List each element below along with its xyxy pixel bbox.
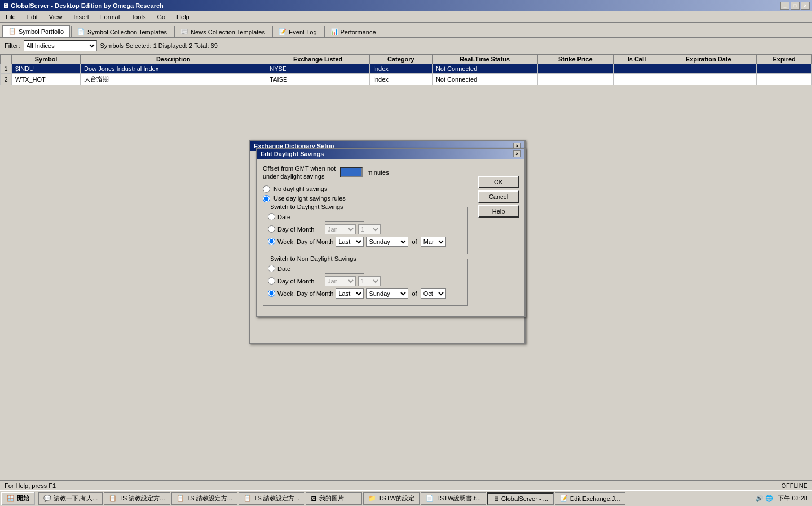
col-symbol[interactable]: Symbol: [12, 55, 81, 64]
tab-performance[interactable]: 📊 Performance: [324, 26, 382, 37]
menu-file[interactable]: File: [2, 12, 19, 21]
cancel-button[interactable]: Cancel: [478, 190, 519, 203]
daylight-dom-radio[interactable]: [268, 225, 275, 233]
use-daylight-label: Use daylight savings rules: [273, 195, 346, 202]
gmt-input[interactable]: 300: [340, 167, 363, 177]
nondaylight-date-radio[interactable]: [268, 265, 275, 272]
switch-to-daylight-title: Switch to Daylight Savings: [268, 203, 346, 210]
taskbar-item-8[interactable]: 📝 Edit Exchange.J...: [555, 492, 625, 505]
ok-button[interactable]: OK: [478, 176, 519, 188]
nondaylight-dom-day-select[interactable]: 12345: [358, 276, 381, 286]
eventlog-icon: 📝: [279, 28, 286, 35]
menu-insert[interactable]: Insert: [70, 12, 92, 21]
menu-edit[interactable]: Edit: [24, 12, 41, 21]
col-description[interactable]: Description: [81, 55, 266, 64]
col-expiration[interactable]: Expiration Date: [660, 55, 757, 64]
cell-description-2: 大台指期: [81, 74, 266, 85]
menu-help[interactable]: Help: [173, 12, 193, 21]
nondaylight-date-input[interactable]: [325, 264, 364, 274]
status-left: For Help, press F1: [5, 482, 56, 489]
table-container: Symbol Description Exchange Listed Categ…: [0, 54, 812, 85]
taskbar-item-icon-5: 📁: [368, 495, 376, 502]
col-iscall[interactable]: Is Call: [614, 55, 660, 64]
taskbar-item-label-1: TS 請教設定方...: [119, 494, 165, 503]
title-bar-controls[interactable]: _ □ ×: [780, 2, 810, 10]
restore-button[interactable]: □: [791, 2, 800, 10]
no-daylight-radio[interactable]: [263, 185, 270, 193]
nondaylight-wdom-month-select[interactable]: JanFebMarApr MayJunJulAug SepOctNovDec: [421, 288, 446, 299]
daylight-wdom-radio[interactable]: [268, 238, 275, 245]
menu-tools[interactable]: Tools: [128, 12, 149, 21]
minimize-button[interactable]: _: [780, 2, 789, 10]
taskbar-item-label-5: TSTW的設定: [378, 494, 414, 503]
taskbar-item-0[interactable]: 💬 請教一下,有人...: [38, 492, 103, 505]
nondaylight-dom-month-select[interactable]: JanFebMarApr MayJunJulAug SepOctNovDec: [325, 276, 356, 286]
start-label: 開始: [17, 494, 29, 503]
col-strike[interactable]: Strike Price: [537, 55, 613, 64]
menu-go[interactable]: Go: [153, 12, 169, 21]
nondaylight-wdom-row: Week, Day of Month 1234Last SundayMonday…: [268, 288, 463, 299]
nondaylight-dom-radio[interactable]: [268, 277, 275, 285]
news-icon: 📰: [180, 28, 188, 35]
col-category[interactable]: Category: [369, 55, 432, 64]
nondaylight-wdom-of: of: [411, 290, 418, 297]
taskbar-item-icon-8: 📝: [560, 495, 568, 502]
use-daylight-radio[interactable]: [263, 195, 270, 202]
taskbar-item-label-8: Edit Exchange.J...: [570, 495, 620, 502]
col-status[interactable]: Real-Time Status: [432, 55, 537, 64]
table-row[interactable]: 2 WTX_HOT 大台指期 TAISE Index Not Connected: [1, 74, 812, 85]
taskbar-item-label-2: TS 請教設定方...: [187, 494, 232, 503]
daylight-wdom-week-select[interactable]: 1234Last: [336, 237, 364, 247]
start-button[interactable]: 🪟 開始: [1, 492, 35, 505]
taskbar-item-2[interactable]: 📋 TS 請教設定方...: [171, 492, 237, 505]
tab-symbol-collection[interactable]: 📄 Symbol Collection Templates: [71, 26, 173, 37]
daylight-dom-day-select[interactable]: 12345: [358, 224, 381, 234]
col-expired[interactable]: Expired: [757, 55, 812, 64]
nondaylight-dom-row: Day of Month JanFebMarApr MayJunJulAug S…: [268, 276, 463, 286]
filter-bar: Filter: All Indices Symbols Selected: 1 …: [0, 38, 812, 54]
row-num-1: 1: [1, 64, 12, 74]
taskbar-item-1[interactable]: 📋 TS 請教設定方...: [104, 492, 170, 505]
filter-select[interactable]: All Indices: [24, 40, 97, 51]
taskbar-item-7[interactable]: 🖥 GlobalServer - ...: [487, 492, 554, 505]
nondaylight-wdom-radio[interactable]: [268, 290, 275, 297]
menu-view[interactable]: View: [46, 12, 66, 21]
tab-event-log[interactable]: 📝 Event Log: [272, 26, 323, 37]
daylight-date-radio[interactable]: [268, 213, 275, 220]
edit-daylight-dialog: Edit Daylight Savings × OK Cancel Help O…: [256, 148, 526, 317]
system-time: 下午 03:28: [778, 494, 807, 503]
taskbar-item-label-3: TS 請教設定方...: [254, 494, 299, 503]
cell-iscall-2: [614, 74, 660, 85]
symbol-table: Symbol Description Exchange Listed Categ…: [0, 54, 812, 85]
table-row[interactable]: 1 $INDU Dow Jones Industrial Index NYSE …: [1, 64, 812, 74]
window-title: GlobalServer - Desktop Edition by Omega …: [11, 2, 164, 9]
taskbar-item-4[interactable]: 🖼 我的圖片: [306, 492, 362, 505]
help-button[interactable]: Help: [478, 205, 519, 218]
taskbar: 🪟 開始 💬 請教一下,有人... 📋 TS 請教設定方... 📋 TS 請教設…: [0, 490, 812, 506]
taskbar-item-icon-0: 💬: [43, 495, 51, 502]
taskbar-item-5[interactable]: 📁 TSTW的設定: [363, 492, 420, 505]
cell-exchange-2: TAISE: [266, 74, 370, 85]
taskbar-item-icon-1: 📋: [109, 495, 117, 502]
daylight-wdom-day-select[interactable]: SundayMondayTuesday WednesdayThursdayFri…: [366, 237, 408, 247]
gmt-label: Offset from GMT when notunder daylight s…: [263, 165, 336, 181]
no-daylight-label: No daylight savings: [273, 185, 327, 192]
close-button[interactable]: ×: [801, 2, 810, 10]
col-exchange[interactable]: Exchange Listed: [266, 55, 370, 64]
nondaylight-wdom-day-select[interactable]: SundayMondayTuesday WednesdayThursdayFri…: [366, 288, 408, 299]
nondaylight-wdom-week-select[interactable]: 1234Last: [336, 288, 364, 299]
portfolio-icon: 📋: [8, 28, 16, 35]
cell-exchange-1: NYSE: [266, 64, 370, 74]
taskbar-item-6[interactable]: 📄 TSTW說明書.t...: [421, 492, 486, 505]
taskbar-item-3[interactable]: 📋 TS 請教設定方...: [239, 492, 304, 505]
menu-format[interactable]: Format: [97, 12, 123, 21]
daylight-dom-month-select[interactable]: JanFebMarApr MayJunJulAug SepOctNovDec: [325, 224, 356, 234]
edit-daylight-close-button[interactable]: ×: [513, 150, 521, 157]
taskbar-item-label-0: 請教一下,有人...: [54, 494, 98, 503]
cell-category-2: Index: [369, 74, 432, 85]
daylight-date-input[interactable]: [325, 212, 364, 222]
daylight-wdom-month-select[interactable]: JanFebMarApr MayJunJulAug SepOctNovDec: [421, 237, 446, 247]
tab-symbol-portfolio[interactable]: 📋 Symbol Portfolio: [2, 25, 70, 37]
cell-symbol-1: $INDU: [12, 64, 81, 74]
tab-news-collection[interactable]: 📰 News Collection Templates: [174, 26, 271, 37]
